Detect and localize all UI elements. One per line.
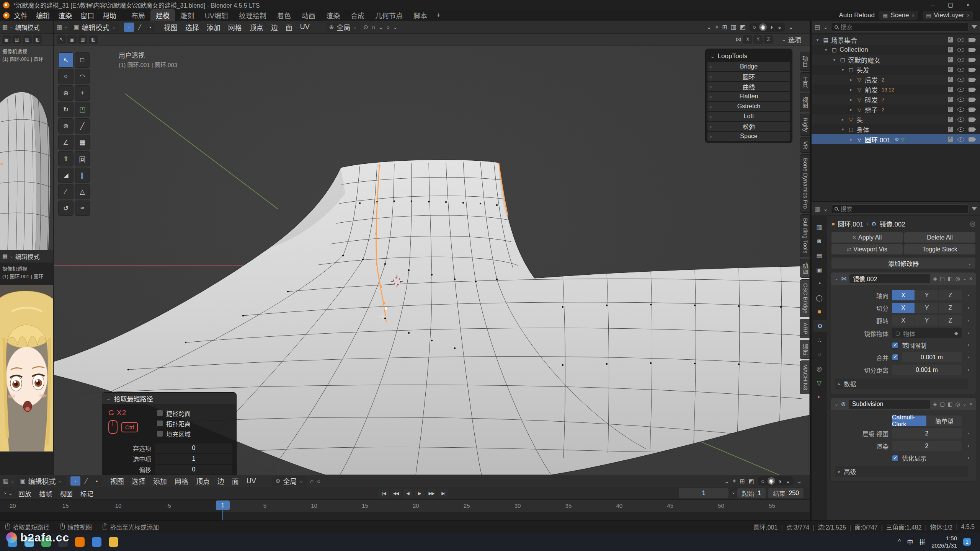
unlink-scene-icon[interactable]: × [912,13,915,18]
viewport-menu-item[interactable]: 选择 [181,22,203,32]
eye-icon[interactable] [957,117,964,122]
looptools-menu-item[interactable]: › Flatten [707,92,790,101]
orientation-dropdown[interactable]: ⊕ 全局 ⌄ [272,476,307,486]
start-frame-field[interactable]: 起始1 [737,488,766,498]
optimal-display-row[interactable]: 优化显示 [892,453,962,463]
object-name[interactable]: 前发 [865,85,878,95]
camera-icon[interactable] [969,98,975,102]
camera-icon[interactable] [969,117,975,122]
search-input[interactable] [841,205,965,212]
object-name[interactable]: 头 [856,115,863,124]
edge-select-button[interactable]: ╱ [135,23,145,32]
gizmo-icon[interactable]: ⌖ [715,24,719,31]
flip-toggle[interactable]: Z [939,315,962,326]
object-name[interactable]: 场景集合 [831,35,857,45]
viewport-menu-item[interactable]: UV [243,477,260,485]
mirror-axis-toggle[interactable]: X [743,35,752,44]
expand-arrow-icon[interactable]: ▸ [848,77,854,82]
modifier-action-button[interactable]: Delete All [904,232,975,243]
camera-icon[interactable] [969,108,975,112]
toolbar-tool-button[interactable]: ◢ [58,168,74,183]
play-button[interactable]: ▶ [415,489,425,498]
outliner-editor-icon[interactable]: ▤ [815,24,820,31]
jump-to-end-button[interactable]: ▶| [438,489,448,498]
add-modifier-button[interactable]: 添加修改器⌄ [831,258,975,269]
selectable-checkbox-icon[interactable] [948,37,953,42]
close-icon[interactable]: × [969,401,972,407]
vertex-select-button[interactable]: ∙ [70,476,80,486]
eye-icon[interactable] [957,137,964,142]
expand-arrow-icon[interactable]: ▸ [840,117,846,122]
sidebar-tab[interactable]: Bone Dynamics Pro [800,154,810,213]
field-value[interactable]: 0 [155,443,232,453]
viewport-menu-item[interactable]: 视图 [160,22,181,32]
subdivision-type-button[interactable]: Catmull-Clark [892,416,926,426]
object-name[interactable]: 身体 [856,125,869,134]
sidebar-tab[interactable]: 项目 [800,52,810,71]
extras-menu-icon[interactable]: ⌄ [963,401,967,407]
sidebar-tab[interactable]: 工具 [800,72,810,91]
viewport-menu-item[interactable]: 选择 [128,476,149,486]
axis-toggle[interactable]: Z [939,290,962,300]
toolbar-tool-button[interactable]: ╱ [75,118,90,134]
ime-mode-indicator[interactable]: 拼 [919,537,925,546]
animate-dot-icon[interactable]: • [965,318,972,324]
tool-icon[interactable]: ▤ [12,35,21,44]
expand-arrow-icon[interactable]: ▾ [840,127,846,132]
outliner-row[interactable]: ▾ ▢ 头发 ⚙ ▽ [812,65,980,75]
eye-icon[interactable] [957,78,964,82]
object-name[interactable]: 碎发 [865,95,878,104]
vertex-select-button[interactable]: ∙ [124,23,134,32]
viewport-menu-item[interactable]: 面 [282,22,296,32]
minimize-button[interactable]: ─ [924,2,942,8]
workspace-tab[interactable]: 合成 [345,9,370,21]
workspace-tab[interactable]: 脚本 [408,9,433,21]
menu-item[interactable]: 窗口 [76,10,98,20]
expand-arrow-icon[interactable]: ▾ [815,37,820,42]
data-subpanel[interactable]: ▸ 数据 [835,378,968,389]
camera-icon[interactable] [969,58,975,62]
outliner-row[interactable]: ▸ ▽ 辫子 2 ⚙ ▽ [812,104,980,114]
eye-icon[interactable] [957,48,964,52]
proportional-editing-icon[interactable]: ○ [386,24,390,30]
field-value[interactable]: 0 [155,465,232,474]
checkbox-icon[interactable] [157,430,163,437]
workspace-tab[interactable]: 几何节点 [370,9,408,21]
workspace-tab[interactable]: UV编辑 [199,9,234,21]
toolbar-tool-button[interactable]: ∠ [58,135,74,150]
object-name[interactable]: 头发 [856,65,869,75]
viewport-menu-item[interactable]: 边 [214,476,228,486]
outliner-row[interactable]: ▾ ▢ 沉默的魔女 ⚙ ▽ [812,55,980,65]
properties-tab[interactable]: ▥ [813,221,826,233]
modifier-name-field[interactable]: 镜像.002 [849,274,930,283]
left-bottom-viewport[interactable]: 摄像机透视 (1) 圆环.001 | 圆环 [0,263,53,475]
animate-dot-icon[interactable]: • [965,367,972,373]
auto-reload-toggle[interactable]: Auto Reload [839,11,875,19]
tray-expand-caret[interactable]: ^ [898,538,901,545]
wireframe-shading-button[interactable]: ○ [759,477,767,485]
viewport-menu-item[interactable]: 顶点 [192,476,214,486]
toolbar-tool-button[interactable]: + [75,85,90,101]
looptools-menu-item[interactable]: › 圆环 [707,72,790,81]
looptools-menu-item[interactable]: › Gstretch [707,102,790,111]
scene-selector[interactable]: ▦ Scene × [879,11,918,20]
collapse-icon[interactable]: ⌄ [835,401,838,407]
object-name[interactable]: Collection [840,46,868,54]
maximize-button[interactable]: ▢ [942,2,959,8]
looptools-menu-item[interactable]: › Loft [707,112,790,121]
eye-icon[interactable] [957,58,964,62]
timeline-menu-item[interactable]: 标记 [77,489,97,498]
expand-arrow-icon[interactable]: ▸ [848,97,854,102]
viewport-menu-item[interactable]: 面 [228,476,243,486]
close-icon[interactable]: × [969,276,972,282]
camera-icon[interactable] [969,88,975,92]
operator-checkbox-row[interactable]: 捷径跨面 [157,408,232,418]
material-shading-button[interactable]: ◑ [776,477,784,485]
properties-tab[interactable]: ▣ [813,264,826,275]
animate-dot-icon[interactable]: • [965,305,972,311]
animate-dot-icon[interactable]: • [965,455,972,461]
modifier-action-button[interactable]: Toggle Stack [904,244,975,254]
active-tool-icon[interactable]: ↖ [57,35,66,44]
outliner-row[interactable]: ▾ ▢ Collection ⚙ ▽ [812,45,980,55]
editor-type-icon[interactable]: ▦ [57,24,62,31]
